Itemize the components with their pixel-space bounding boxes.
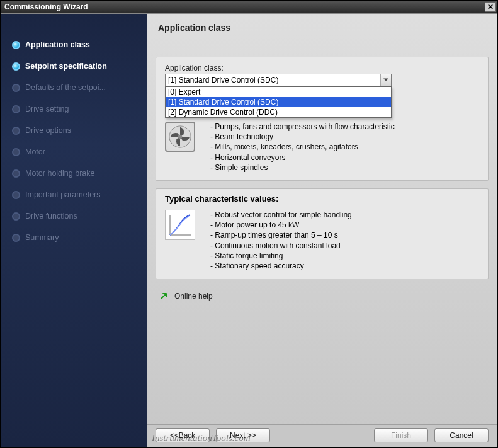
circle-icon	[12, 127, 20, 135]
circle-icon	[12, 212, 20, 221]
application-class-select[interactable]: [1] Standard Drive Control (SDC) [0] Exp…	[165, 74, 392, 86]
close-icon[interactable]: ✕	[485, 2, 496, 12]
wizard-window: Commissioning Wizard ✕ Application class…	[0, 0, 498, 448]
arrow-up-right-icon	[159, 292, 168, 301]
circle-icon	[12, 169, 20, 178]
finish-button: Finish	[374, 428, 428, 442]
panel-application-class: Application class: [1] Standard Drive Co…	[156, 57, 489, 181]
wizard-footer: <<Back Next >> Finish Cancel	[147, 424, 497, 447]
step-label: Setpoint specification	[25, 62, 107, 71]
circle-icon	[12, 191, 20, 199]
combo-value: [1] Standard Drive Control (SDC)	[168, 76, 278, 84]
list-item: Ramp-up times greater than 5 – 10 s	[210, 230, 352, 240]
step-setpoint-specification[interactable]: Setpoint specification	[12, 62, 139, 71]
window-title: Commissioning Wizard	[4, 3, 88, 11]
step-important-parameters: Important parameters	[12, 190, 139, 199]
combo-label: Application class:	[165, 64, 479, 72]
circle-icon	[12, 62, 20, 71]
circle-icon	[12, 41, 20, 49]
titlebar[interactable]: Commissioning Wizard ✕	[1, 1, 497, 13]
step-label: Drive functions	[25, 212, 77, 221]
step-label: Drive options	[25, 126, 71, 135]
wizard-content: Application class Application class: [1]…	[147, 14, 497, 447]
chart-icon	[165, 210, 195, 240]
circle-icon	[12, 148, 20, 156]
list-item: Beam technology	[210, 132, 395, 142]
step-label: Defaults of the setpoi...	[25, 83, 106, 92]
step-label: Motor holding brake	[25, 169, 94, 178]
back-button[interactable]: <<Back	[156, 428, 210, 442]
step-label: Application class	[25, 40, 90, 49]
application-class-dropdown: [0] Expert [1] Standard Drive Control (S…	[165, 86, 392, 118]
chevron-down-icon[interactable]	[380, 74, 391, 86]
panel-typical-values: Typical characteristic values: Robust ve…	[156, 188, 489, 279]
typical-values-bullets: Robust vector control for simple handlin…	[210, 210, 352, 271]
cancel-button[interactable]: Cancel	[434, 428, 489, 442]
list-item: Robust vector control for simple handlin…	[210, 210, 352, 220]
step-defaults-setpoint: Defaults of the setpoi...	[12, 83, 139, 92]
svg-point-1	[178, 135, 183, 139]
online-help-label: Online help	[174, 292, 213, 301]
application-class-description: Pumps, fans and compressors with flow ch…	[165, 122, 479, 173]
step-motor-holding-brake: Motor holding brake	[12, 169, 139, 178]
list-item: Continuous motion with constant load	[210, 241, 352, 251]
step-drive-functions: Drive functions	[12, 212, 139, 221]
list-item: Stationary speed accuracy	[210, 261, 352, 271]
step-label: Summary	[25, 233, 59, 242]
step-summary: Summary	[12, 233, 139, 242]
list-item: Simple spindles	[210, 163, 395, 173]
list-item: Mills, mixers, kneaders, crushers, agita…	[210, 142, 395, 152]
online-help-link[interactable]: Online help	[159, 292, 497, 301]
list-item: Pumps, fans and compressors with flow ch…	[210, 122, 395, 132]
circle-icon	[12, 84, 20, 92]
wizard-sidebar: Application class Setpoint specification…	[1, 14, 147, 447]
list-item: Motor power up to 45 kW	[210, 220, 352, 230]
fan-icon	[165, 122, 195, 152]
step-drive-setting: Drive setting	[12, 105, 139, 113]
step-motor: Motor	[12, 147, 139, 156]
list-item: Horizontal conveyors	[210, 152, 395, 163]
next-button[interactable]: Next >>	[216, 428, 270, 442]
circle-icon	[12, 234, 20, 242]
panel-title: Typical characteristic values:	[165, 194, 479, 204]
step-label: Motor	[25, 147, 45, 156]
option-ddc[interactable]: [2] Dynamic Drive Control (DDC)	[166, 107, 391, 117]
page-title: Application class	[147, 14, 497, 57]
option-sdc[interactable]: [1] Standard Drive Control (SDC)	[166, 97, 391, 107]
window-body: Application class Setpoint specification…	[1, 13, 497, 447]
list-item: Static torque limiting	[210, 251, 352, 261]
application-class-bullets: Pumps, fans and compressors with flow ch…	[210, 122, 395, 173]
step-application-class[interactable]: Application class	[12, 40, 139, 49]
step-drive-options: Drive options	[12, 126, 139, 135]
step-label: Drive setting	[25, 105, 69, 113]
step-label: Important parameters	[25, 190, 101, 199]
circle-icon	[12, 105, 20, 113]
option-expert[interactable]: [0] Expert	[166, 87, 391, 97]
